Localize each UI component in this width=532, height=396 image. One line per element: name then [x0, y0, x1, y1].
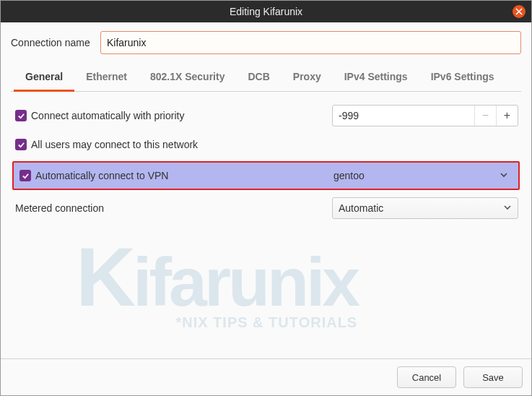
label-auto-vpn: Automatically connect to VPN	[35, 170, 168, 181]
tab-general[interactable]: General	[14, 65, 74, 92]
vpn-select-value: gentoo	[333, 170, 365, 181]
checkbox-all-users[interactable]	[15, 139, 27, 150]
tab-8021x-security[interactable]: 802.1X Security	[139, 65, 237, 92]
connection-name-row: Connection name	[11, 31, 521, 54]
watermark: Kifarunix *NIX TIPS & TUTORIALS	[76, 229, 357, 331]
row-auto-vpn: Automatically connect to VPN gentoo	[12, 161, 520, 190]
label-auto-priority: Connect automatically with priority	[31, 110, 184, 121]
tab-dcb[interactable]: DCB	[236, 65, 281, 92]
vpn-select[interactable]: gentoo	[328, 165, 514, 186]
metered-select-value: Automatic	[339, 202, 383, 214]
checkbox-auto-vpn[interactable]	[19, 170, 31, 181]
connection-name-label: Connection name	[11, 37, 100, 48]
row-auto-priority: Connect automatically with priority − +	[14, 103, 518, 128]
close-icon	[515, 8, 523, 15]
titlebar: Editing Kifarunix	[1, 1, 531, 22]
label-all-users: All users may connect to this network	[31, 139, 198, 150]
checkbox-auto-priority[interactable]	[15, 110, 27, 121]
check-icon	[22, 172, 30, 180]
chevron-down-icon	[500, 170, 508, 181]
metered-select[interactable]: Automatic	[332, 197, 518, 219]
tab-content-general: Connect automatically with priority − + …	[11, 92, 521, 351]
window-title: Editing Kifarunix	[230, 6, 302, 17]
chevron-down-icon	[503, 202, 512, 214]
priority-input[interactable]	[333, 106, 474, 126]
label-metered: Metered connection	[15, 202, 104, 214]
priority-increment-button[interactable]: +	[496, 106, 518, 126]
cancel-button[interactable]: Cancel	[397, 366, 456, 388]
tab-proxy[interactable]: Proxy	[282, 65, 333, 92]
tab-ipv4-settings[interactable]: IPv4 Settings	[333, 65, 419, 92]
close-button[interactable]	[513, 5, 526, 18]
priority-decrement-button[interactable]: −	[474, 106, 496, 126]
dialog-footer: Cancel Save	[1, 358, 531, 395]
row-all-users: All users may connect to this network	[14, 132, 518, 157]
tab-ethernet[interactable]: Ethernet	[74, 65, 139, 92]
tab-ipv6-settings[interactable]: IPv6 Settings	[419, 65, 506, 92]
tabs: General Ethernet 802.1X Security DCB Pro…	[11, 64, 521, 92]
connection-name-input[interactable]	[100, 31, 521, 54]
check-icon	[17, 141, 25, 149]
row-metered: Metered connection Automatic	[14, 196, 518, 220]
check-icon	[17, 112, 25, 120]
dialog-window: Editing Kifarunix Connection name Genera…	[0, 0, 532, 396]
dialog-body: Connection name General Ethernet 802.1X …	[1, 22, 531, 358]
priority-spinbox: − +	[332, 105, 518, 126]
save-button[interactable]: Save	[463, 366, 523, 388]
